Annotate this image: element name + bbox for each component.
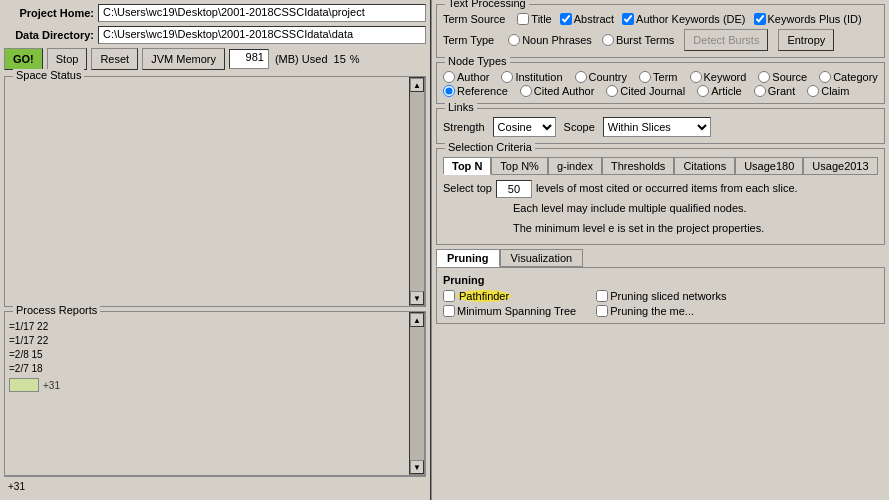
node-types-grid: Author Institution Country Term Keyword … — [443, 71, 878, 97]
rb-institution[interactable]: Institution — [501, 71, 562, 83]
rb-burst[interactable] — [602, 34, 614, 46]
cb-keywords-plus-label: Keywords Plus (ID) — [768, 13, 862, 25]
cb-author-kw-item[interactable]: Author Keywords (DE) — [622, 13, 745, 25]
rb-author[interactable]: Author — [443, 71, 489, 83]
cb-pruning-sliced-item[interactable]: Pruning sliced networks — [596, 290, 726, 302]
left-panel: Project Home: C:\Users\wc19\Desktop\2001… — [0, 0, 430, 500]
process-line3: =2/8 15 — [9, 348, 421, 362]
process-line4: =2/7 18 — [9, 362, 421, 376]
cb-author-kw[interactable] — [622, 13, 634, 25]
memory-value: 981 — [229, 49, 269, 69]
right-panel: Text Processing Term Source Title Abstra… — [430, 0, 889, 500]
rb-article[interactable]: Article — [697, 85, 742, 97]
rb-cited-author[interactable]: Cited Author — [520, 85, 595, 97]
rb-claim[interactable]: Claim — [807, 85, 849, 97]
process-scroll-up[interactable]: ▲ — [410, 313, 424, 327]
text-processing-section: Text Processing Term Source Title Abstra… — [436, 4, 885, 58]
rb-noun[interactable] — [508, 34, 520, 46]
node-types-title: Node Types — [445, 55, 510, 67]
tab-pruning[interactable]: Pruning — [436, 249, 500, 267]
bottom-status: +31 — [8, 481, 25, 492]
rb-cited-journal[interactable]: Cited Journal — [606, 85, 685, 97]
cb-pathfinder-item[interactable]: Pathfinder — [443, 290, 576, 302]
cb-title[interactable] — [517, 13, 529, 25]
rb-reference[interactable]: Reference — [443, 85, 508, 97]
memory-unit: (MB) Used — [275, 53, 328, 65]
pruning-inner-title: Pruning — [443, 274, 878, 286]
cb-abstract[interactable] — [560, 13, 572, 25]
tab-visualization[interactable]: Visualization — [500, 249, 584, 267]
tab-top-n-pct[interactable]: Top N% — [491, 157, 548, 175]
selection-criteria-section: Selection Criteria Top N Top N% g-index … — [436, 148, 885, 245]
select-top-input[interactable] — [496, 180, 532, 198]
stop-button[interactable]: Stop — [47, 48, 88, 70]
cb-keywords-plus-item[interactable]: Keywords Plus (ID) — [754, 13, 862, 25]
term-type-label: Term Type — [443, 34, 494, 46]
project-home-value[interactable]: C:\Users\wc19\Desktop\2001-2018CSSCIdata… — [98, 4, 426, 22]
cb-min-span[interactable] — [443, 305, 455, 317]
pruning-options-grid: Pathfinder Minimum Spanning Tree Pruning… — [443, 290, 878, 317]
space-status-content — [5, 77, 425, 306]
select-top-suffix: levels of most cited or occurred items f… — [536, 179, 798, 199]
cb-keywords-plus[interactable] — [754, 13, 766, 25]
process-scrollbar[interactable]: ▲ ▼ — [409, 312, 425, 475]
tab-top-n[interactable]: Top N — [443, 157, 491, 175]
links-row: Strength Cosine Pearson Jaccard Scope Wi… — [443, 117, 878, 137]
selection-tabs-row: Top N Top N% g-index Thresholds Citation… — [443, 157, 878, 175]
jvm-memory-button[interactable]: JVM Memory — [142, 48, 225, 70]
project-home-label: Project Home: — [4, 7, 94, 19]
rb-burst-label: Burst Terms — [616, 34, 674, 46]
tab-usage2013[interactable]: Usage2013 — [803, 157, 877, 175]
tab-thresholds[interactable]: Thresholds — [602, 157, 674, 175]
pruning-merged-label: Pruning the me... — [610, 305, 694, 317]
reset-button[interactable]: Reset — [91, 48, 138, 70]
selection-content: Select top levels of most cited or occur… — [443, 179, 878, 238]
cb-pruning-merged[interactable] — [596, 305, 608, 317]
space-status-box: Space Status ▲ ▼ — [4, 76, 426, 307]
tab-usage180[interactable]: Usage180 — [735, 157, 803, 175]
rb-term[interactable]: Term — [639, 71, 677, 83]
rb-source[interactable]: Source — [758, 71, 807, 83]
process-scroll-down[interactable]: ▼ — [410, 460, 424, 474]
scroll-track — [410, 92, 424, 291]
rb-category[interactable]: Category — [819, 71, 878, 83]
rb-keyword[interactable]: Keyword — [690, 71, 747, 83]
cb-title-item[interactable]: Title — [517, 13, 551, 25]
rb-grant[interactable]: Grant — [754, 85, 796, 97]
scroll-up-btn[interactable]: ▲ — [410, 78, 424, 92]
rb-burst-item[interactable]: Burst Terms — [602, 34, 674, 46]
cb-pathfinder[interactable] — [443, 290, 455, 302]
tab-citations[interactable]: Citations — [674, 157, 735, 175]
pruning-section: Pruning Pathfinder Minimum Spanning Tree — [436, 267, 885, 324]
cb-min-span-item[interactable]: Minimum Spanning Tree — [443, 305, 576, 317]
cb-abstract-item[interactable]: Abstract — [560, 13, 614, 25]
space-status-scrollbar[interactable]: ▲ ▼ — [409, 77, 425, 306]
pruning-right-col: Pruning sliced networks Pruning the me..… — [596, 290, 726, 317]
cb-title-label: Title — [531, 13, 551, 25]
tab-g-index[interactable]: g-index — [548, 157, 602, 175]
detect-bursts-button[interactable]: Detect Bursts — [684, 29, 768, 51]
strength-select[interactable]: Cosine Pearson Jaccard — [493, 117, 556, 137]
rb-country[interactable]: Country — [575, 71, 628, 83]
bottom-section: Pruning Visualization Pruning Pathfinder… — [436, 249, 885, 324]
selection-line2: Each level may include multiple qualifie… — [443, 199, 878, 219]
cb-pruning-merged-item[interactable]: Pruning the me... — [596, 305, 726, 317]
scope-select[interactable]: Within Slices Within Each Slice Across S… — [603, 117, 711, 137]
scroll-down-btn[interactable]: ▼ — [410, 291, 424, 305]
links-section: Links Strength Cosine Pearson Jaccard Sc… — [436, 108, 885, 144]
rb-noun-item[interactable]: Noun Phrases — [508, 34, 592, 46]
pathfinder-label: Pathfinder — [457, 290, 511, 302]
memory-pct-unit: % — [350, 53, 360, 65]
data-dir-label: Data Directory: — [4, 29, 94, 41]
cb-pruning-sliced[interactable] — [596, 290, 608, 302]
term-type-row: Term Type Noun Phrases Burst Terms Detec… — [443, 29, 878, 51]
go-button[interactable]: GO! — [4, 48, 43, 70]
node-row-1: Author Institution Country Term Keyword … — [443, 71, 878, 83]
node-row-2: Reference Cited Author Cited Journal Art… — [443, 85, 878, 97]
selection-criteria-title: Selection Criteria — [445, 141, 535, 153]
entropy-button[interactable]: Entropy — [778, 29, 834, 51]
cb-abstract-label: Abstract — [574, 13, 614, 25]
selection-row1: Select top levels of most cited or occur… — [443, 179, 878, 199]
data-dir-value[interactable]: C:\Users\wc19\Desktop\2001-2018CSSCIdata… — [98, 26, 426, 44]
text-processing-title: Text Processing — [445, 0, 529, 9]
